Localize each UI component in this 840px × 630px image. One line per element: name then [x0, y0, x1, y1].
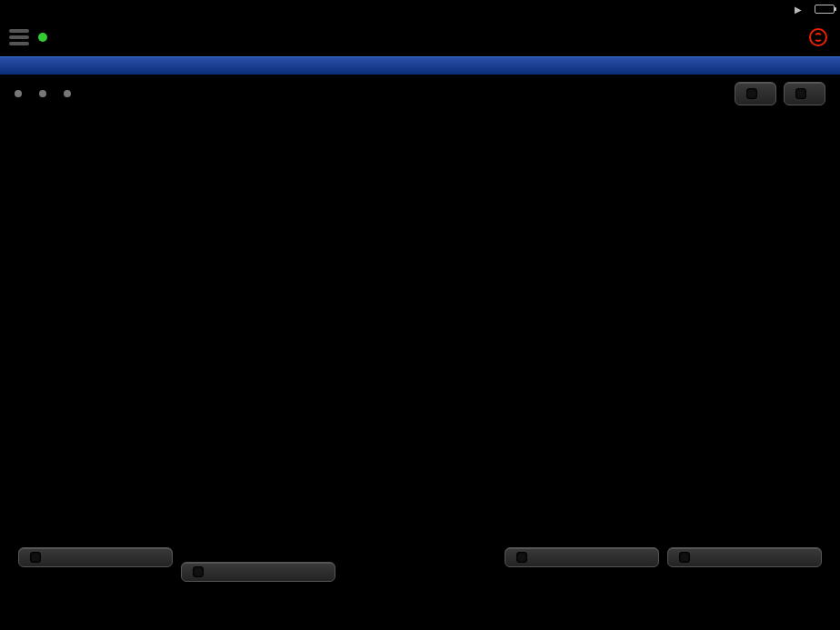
legend-and-actions	[0, 75, 840, 109]
zones-selector	[0, 109, 840, 127]
channel-bgm	[339, 127, 501, 582]
checkbox-icon	[679, 552, 690, 563]
checkbox-icon	[516, 552, 527, 563]
channel-master	[501, 127, 663, 582]
app-header	[0, 18, 840, 56]
mute-button[interactable]	[181, 562, 335, 582]
accent-bar	[0, 56, 840, 75]
online-status-dot	[38, 33, 47, 42]
channel-dj	[15, 127, 176, 582]
checkbox-icon	[193, 566, 204, 577]
brand-logo	[809, 28, 831, 46]
play-icon: ▶	[795, 5, 802, 15]
bosch-symbol-icon	[809, 28, 827, 46]
checkbox-icon	[746, 88, 757, 99]
checkbox-icon	[30, 552, 41, 563]
channel-dj-aux: .	[176, 127, 338, 582]
legend-emergency-dot	[64, 90, 71, 97]
menu-icon[interactable]	[9, 29, 29, 45]
mute-button[interactable]	[505, 547, 659, 567]
channels-area: .	[0, 127, 840, 582]
channel-paging	[664, 127, 825, 582]
checkbox-icon	[795, 88, 806, 99]
status-legend	[15, 90, 75, 97]
soft-standby-button[interactable]	[735, 82, 776, 105]
global-mute-button[interactable]	[784, 82, 825, 105]
legend-standby-dot	[15, 90, 22, 97]
ipad-statusbar: ▶	[0, 0, 840, 18]
mute-button[interactable]	[18, 547, 173, 567]
battery-icon	[815, 5, 835, 14]
mute-button[interactable]	[667, 547, 822, 567]
legend-override-dot	[39, 90, 46, 97]
